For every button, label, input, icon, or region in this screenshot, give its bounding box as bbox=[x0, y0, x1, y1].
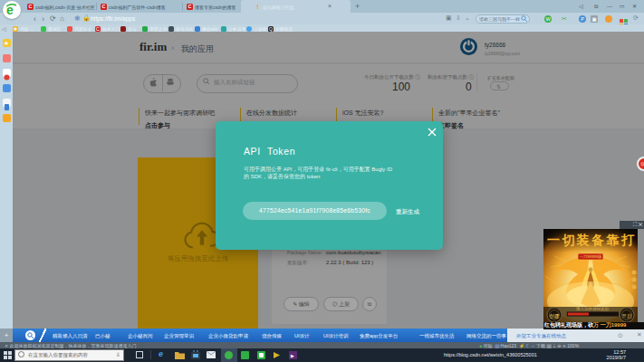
svg-text:撒入后的神秘奖励: 撒入后的神秘奖励 bbox=[576, 306, 610, 311]
svg-text:一刀99999级: 一刀99999级 bbox=[580, 254, 602, 259]
svg-text:创建: 创建 bbox=[550, 313, 561, 319]
svg-text:开启: 开启 bbox=[622, 313, 632, 319]
